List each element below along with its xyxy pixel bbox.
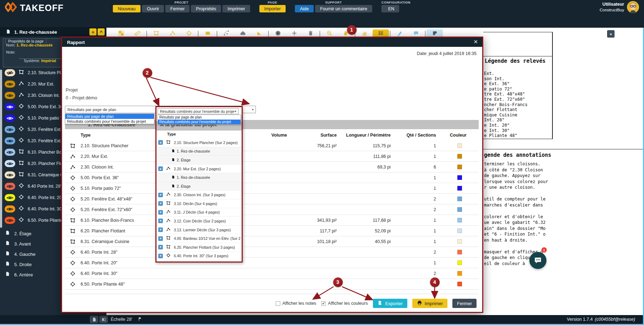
table-row[interactable]: 6.20. Plancher Flottant117,7 pi²52,09 pi…: [65, 226, 479, 236]
color-swatch: [457, 165, 462, 169]
sidebar-page-header[interactable]: 1. Rez-de-chaussée+^: [0, 28, 106, 37]
overlay-row[interactable]: 1. Rez-de-chaussée: [156, 147, 242, 156]
overlay-row[interactable]: 1. Rez-de-chaussée: [156, 173, 242, 182]
sidebar-page-label: 2. Étage: [14, 231, 31, 236]
print-button[interactable]: Imprimer: [412, 299, 447, 308]
expand-toggle[interactable]: ▼: [158, 219, 163, 223]
visibility-eye-icon[interactable]: [5, 149, 15, 156]
visibility-eye-icon[interactable]: [5, 171, 15, 178]
table-row[interactable]: 6.40. Porte Int. 20"1: [65, 258, 479, 268]
expand-toggle[interactable]: ▼: [158, 227, 163, 232]
collapse-properties-button[interactable]: ^: [98, 28, 105, 35]
menu-button-imprimer[interactable]: Imprimer: [222, 5, 250, 12]
row-color-cell: [441, 271, 472, 276]
length-icon: [65, 164, 81, 170]
templates-collapse-button[interactable]: «: [607, 30, 615, 38]
visibility-eye-icon[interactable]: [5, 183, 15, 190]
expand-toggle[interactable]: ▼: [158, 193, 163, 197]
visibility-eye-icon[interactable]: [5, 217, 15, 224]
collapse-toggle[interactable]: ▲: [158, 166, 163, 171]
annotations-line: de gauche en cliqua: [484, 255, 533, 260]
visibility-eye-icon[interactable]: [5, 81, 15, 88]
chat-button[interactable]: [529, 252, 546, 269]
menu-button-nouveau[interactable]: Nouveau: [113, 5, 141, 12]
visibility-eye-icon[interactable]: [5, 137, 15, 144]
expand-toggle[interactable]: ▼: [158, 236, 163, 241]
close-button[interactable]: Fermer: [452, 299, 477, 308]
table-row[interactable]: 6.50. Porte Pliante 48"1: [65, 279, 479, 290]
dropdown-option[interactable]: Résultats combinés pour l'ensemble du pr…: [65, 119, 154, 124]
show-notes-checkbox[interactable]: Afficher les notes: [276, 301, 317, 306]
add-takeoff-button[interactable]: +: [89, 28, 97, 35]
table-row[interactable]: 5.20. Fenêtre Ext. 72"x60"2: [65, 204, 479, 215]
visibility-eye-icon[interactable]: [5, 194, 15, 201]
table-row[interactable]: 5.20. Fenêtre Ext. 48"x48"2: [65, 194, 479, 204]
show-colors-checkbox[interactable]: ✔Afficher les couleurs: [321, 301, 368, 306]
row-surface: 117,7 pi²: [292, 228, 342, 233]
overlay-row[interactable]: ▼3.11. J Déclin (Sur 4 pages): [156, 208, 242, 217]
collapse-toggle[interactable]: ▲: [158, 140, 163, 145]
table-row[interactable]: 6.40. Porte Int. 28"2: [65, 247, 479, 258]
menu-button-fournir-un-commentaire[interactable]: Fournir un commentaire: [315, 5, 372, 12]
sidebar-item-label: 2.20. Mur Ext.: [28, 82, 54, 87]
overlay-row[interactable]: ▼3.13. Larmier Déclin (Sur 3 pages): [156, 226, 242, 235]
visibility-eye-icon[interactable]: [5, 103, 15, 110]
menu-button-label: Nouveau: [118, 6, 136, 11]
avatar[interactable]: [627, 1, 639, 13]
surface-icon: [18, 171, 24, 178]
counter-icon: [65, 260, 81, 266]
export-button[interactable]: Exporter: [373, 299, 407, 308]
scale-view-button[interactable]: [99, 316, 108, 323]
menu-button-aide[interactable]: Aide: [295, 5, 314, 12]
menu-button-ouvrir[interactable]: Ouvrir: [142, 5, 164, 12]
table-row[interactable]: 2.20. Mur Ext.111,86 pi1: [65, 151, 479, 162]
menu-button-propri-t-s[interactable]: Propriétés: [191, 5, 221, 12]
dropdown-option[interactable]: Résultats par page de plan: [158, 115, 241, 120]
visibility-eye-icon[interactable]: [5, 126, 15, 133]
visibility-eye-icon[interactable]: [5, 69, 15, 76]
table-row[interactable]: 6.31. Céramique Cuisine101,18 pi²40,55 p…: [65, 236, 479, 247]
expand-toggle[interactable]: ▼: [158, 254, 163, 258]
plan-legend-item: cher Flottant: [484, 107, 517, 112]
length-icon: [166, 218, 171, 224]
surface-icon: [18, 69, 24, 76]
table-row[interactable]: 6.10. Plancher Bois-Francs341,93 pi²117,…: [65, 215, 479, 226]
overlay-row[interactable]: ▲2.20. Mur Ext. (Sur 2 pages): [156, 165, 242, 173]
expand-toggle[interactable]: ▼: [158, 245, 163, 249]
visibility-eye-icon[interactable]: [5, 92, 15, 99]
table-row[interactable]: 6.40. Porte Int. 30"2: [65, 268, 479, 279]
visibility-eye-icon[interactable]: [5, 115, 15, 122]
overlay-row[interactable]: ▼6.20. Plancher Flottant (Sur 3 pages): [156, 243, 242, 252]
user-info[interactable]: Utilisateur ConstructBuy: [600, 1, 639, 13]
overlay-row[interactable]: ▲2.10. Structure Plancher (Sur 2 pages): [156, 138, 242, 147]
column-header-longueur-p-rim-tre: Longueur / Périmètre: [342, 133, 396, 138]
table-row[interactable]: 5.10. Porte patio 72"1: [65, 183, 479, 194]
color-swatch: [457, 186, 462, 191]
overlay-row[interactable]: ▼2.30. Cloison Int. (Sur 3 pages): [156, 191, 242, 199]
close-icon[interactable]: ✕: [473, 39, 478, 45]
expand-toggle[interactable]: ▼: [158, 210, 163, 215]
menu-button-fermer[interactable]: Fermer: [165, 5, 189, 12]
flag-icon[interactable]: [138, 316, 143, 323]
overlay-row[interactable]: ▼6.40. Porte Int. 30" (Sur 3 pages): [156, 252, 242, 261]
templates-label[interactable]: Gabarits: [617, 31, 639, 37]
table-row[interactable]: 5.00. Porte Ext. 36"1: [65, 172, 479, 183]
dropdown-option[interactable]: Résultats combinés pour l'ensemble du pr…: [158, 120, 241, 124]
overlay-row[interactable]: ▼3.12. Coin Déclin (Sur 2 pages): [156, 217, 242, 226]
menu-button-importer[interactable]: Importer: [259, 5, 286, 12]
overlay-row[interactable]: 2. Étage: [156, 156, 242, 165]
table-row[interactable]: 2.30. Cloison Int.69,3 pi6: [65, 162, 479, 172]
overlay-scope-select[interactable]: Résultats combinés pour l'ensemble du pr…: [158, 108, 238, 114]
scale-page-button[interactable]: [90, 316, 98, 323]
menu-button-en[interactable]: EN: [381, 5, 399, 12]
table-row[interactable]: 2.10. Structure Plancher756,21 pi²115,75…: [65, 141, 479, 151]
visibility-eye-icon[interactable]: [5, 205, 15, 213]
overlay-row[interactable]: 2. Étage: [156, 182, 242, 191]
tutorial-badge-1: 1: [347, 25, 357, 35]
overlay-row[interactable]: ▼4.00. Bardeau 10/12 Vue en Élév. (Sur 2…: [156, 234, 242, 243]
expand-toggle[interactable]: ▼: [158, 201, 163, 206]
dropdown-option[interactable]: Résultats par page de plan: [65, 114, 154, 119]
visibility-eye-icon[interactable]: [5, 160, 15, 167]
overlay-row[interactable]: ▼3.10. Déclin (Sur 4 pages): [156, 199, 242, 208]
report-icon: [362, 30, 368, 36]
